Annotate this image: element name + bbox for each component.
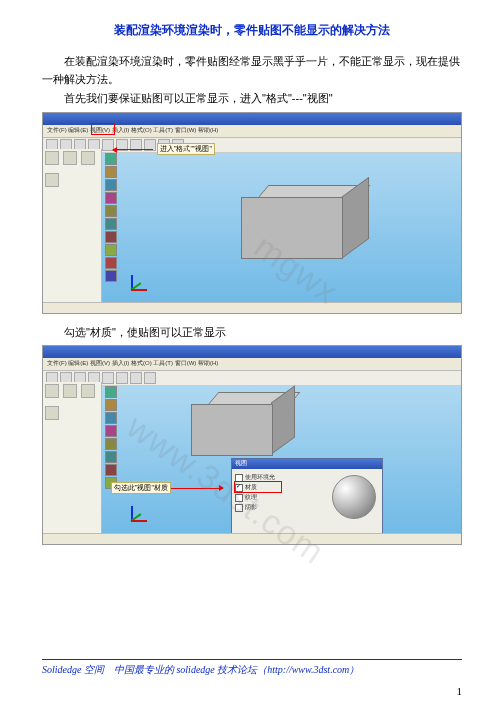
sidebar-icon [45, 151, 59, 165]
axis-x [131, 289, 147, 291]
palette-icon [105, 412, 117, 424]
palette-icon [105, 464, 117, 476]
left-sidebar [43, 149, 102, 303]
view-dialog: 视图 使用环境光 材质 纹理 阴影 确定 取消 应用 [231, 458, 383, 544]
model-cube [191, 404, 281, 462]
page-number: 1 [457, 685, 463, 697]
dialog-title: 视图 [232, 459, 382, 469]
callout-arrow-icon [113, 149, 153, 150]
sidebar-icon [63, 151, 77, 165]
tool-palette [105, 153, 117, 299]
palette-icon [105, 244, 117, 256]
callout-label: 勾选此"视图"材质 [111, 482, 171, 494]
palette-icon [105, 425, 117, 437]
statusbar [43, 533, 461, 544]
screenshot-1: 文件(F) 编辑(E) 视图(V) 插入(I) 格式(O) 工具(T) 窗口(W… [42, 112, 462, 314]
palette-icon [105, 192, 117, 204]
checkbox-icon [235, 504, 243, 512]
axis-triad-icon [127, 271, 151, 295]
paragraph-2: 首先我们要保证贴图可以正常显示，进入"格式"---"视图" [42, 90, 462, 108]
callout-label: 进入"格式""视图" [157, 143, 215, 155]
app-window-2: 文件(F) 编辑(E) 视图(V) 插入(I) 格式(O) 工具(T) 窗口(W… [43, 346, 461, 544]
highlight-box-menu [91, 123, 115, 135]
paragraph-1: 在装配渲染环境渲染时，零件贴图经常显示黑乎乎一片，不能正常显示，现在提供一种解决… [42, 53, 462, 88]
window-titlebar [43, 346, 461, 358]
paragraph-3: 勾选"材质"，使贴图可以正常显示 [42, 324, 462, 342]
checkbox-icon [235, 494, 243, 502]
sidebar-icon [63, 384, 77, 398]
document-page: 装配渲染环境渲染时，零件贴图不能显示的解决方法 在装配渲染环境渲染时，零件贴图经… [0, 0, 504, 713]
axis-triad-icon [127, 502, 151, 526]
highlight-box-check [234, 481, 282, 493]
check-label: 阴影 [245, 504, 257, 510]
check-label: 纹理 [245, 494, 257, 500]
palette-icon [105, 399, 117, 411]
viewport-3d [121, 153, 457, 301]
left-sidebar [43, 382, 102, 534]
palette-icon [105, 386, 117, 398]
body-text-block-1: 在装配渲染环境渲染时，零件贴图经常显示黑乎乎一片，不能正常显示，现在提供一种解决… [42, 53, 462, 108]
sidebar-icon [45, 384, 59, 398]
viewport-3d: 视图 使用环境光 材质 纹理 阴影 确定 取消 应用 [121, 386, 457, 532]
screenshot-2: 文件(F) 编辑(E) 视图(V) 插入(I) 格式(O) 工具(T) 窗口(W… [42, 345, 462, 545]
model-cube [241, 197, 351, 267]
footer-text: Solidedge 空间 中国最专业的 solidedge 技术论坛（http:… [42, 659, 462, 677]
app-toolbar [43, 371, 461, 386]
palette-icon [105, 179, 117, 191]
app-window-1: 文件(F) 编辑(E) 视图(V) 插入(I) 格式(O) 工具(T) 窗口(W… [43, 113, 461, 313]
palette-icon [105, 257, 117, 269]
palette-icon [105, 205, 117, 217]
palette-icon [105, 231, 117, 243]
sidebar-icon [81, 151, 95, 165]
toolbar-button [102, 372, 114, 384]
cube-face-front [241, 197, 343, 259]
axis-x [131, 520, 147, 522]
check-label: 使用环境光 [245, 474, 275, 480]
toolbar-button [130, 372, 142, 384]
app-menubar: 文件(F) 编辑(E) 视图(V) 插入(I) 格式(O) 工具(T) 窗口(W… [43, 358, 461, 371]
palette-icon [105, 270, 117, 282]
callout-arrow-icon [167, 488, 223, 489]
toolbar-button [116, 372, 128, 384]
palette-icon [105, 218, 117, 230]
toolbar-button [144, 372, 156, 384]
palette-icon [105, 438, 117, 450]
sidebar-icon [81, 384, 95, 398]
document-title: 装配渲染环境渲染时，零件贴图不能显示的解决方法 [42, 22, 462, 39]
cube-face-front [191, 404, 273, 456]
statusbar [43, 302, 461, 313]
sidebar-icon [45, 173, 59, 187]
sidebar-icon [45, 406, 59, 420]
palette-icon [105, 153, 117, 165]
tool-palette [105, 386, 117, 530]
app-toolbar [43, 138, 461, 153]
body-text-block-2: 勾选"材质"，使贴图可以正常显示 [42, 324, 462, 342]
palette-icon [105, 166, 117, 178]
palette-icon [105, 451, 117, 463]
